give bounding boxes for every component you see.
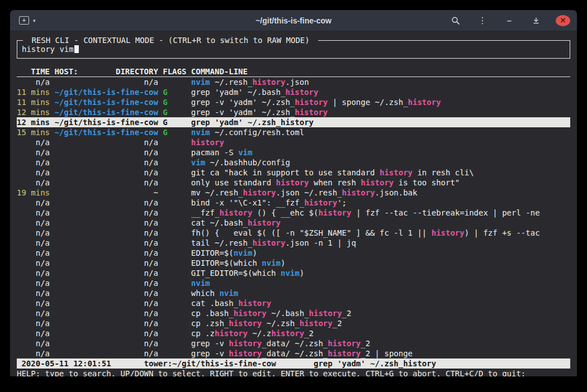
cell-flags — [163, 328, 186, 338]
cell-time: n/a — [17, 308, 50, 318]
cell-command-line: cat ~/.bash_history — [191, 218, 570, 228]
cell-time: n/a — [17, 348, 50, 358]
history-row[interactable]: n/an/a__fzf_history () { __ehc $(history… — [17, 208, 570, 218]
cell-time: n/a — [17, 258, 50, 268]
cell-host-directory: ~/git/this-is-fine-cow — [54, 87, 158, 97]
cell-flags: G — [163, 127, 186, 137]
history-row[interactable]: n/an/avim ~/.bashhub/config — [17, 157, 570, 168]
cell-command-line: grep -v history_data/ ~/.zsh_history_2 |… — [191, 348, 570, 358]
minimize-button[interactable]: – — [502, 13, 517, 28]
cell-command-line: nvim — [191, 278, 570, 288]
history-row[interactable]: n/an/aEDITOR=$(nvim) — [17, 248, 570, 258]
cell-time: n/a — [17, 318, 50, 328]
cell-time: n/a — [17, 137, 50, 147]
history-row[interactable]: 19 mins~mv ~/.resh_history.json ~/.resh_… — [17, 188, 570, 198]
header-directory: DIRECTORY — [116, 66, 158, 77]
cell-command-line: EDITOR=$(nvim) — [191, 248, 570, 258]
history-row[interactable]: n/an/apacman -S vim — [17, 147, 570, 157]
cell-host-directory: n/a — [54, 147, 158, 157]
new-tab-button[interactable]: + ▾ — [17, 13, 38, 28]
history-row[interactable]: n/an/agrep -v history_data/ ~/.zsh_histo… — [17, 338, 570, 348]
cell-command-line: grep 'yadm' ~/.bash_history — [191, 87, 570, 97]
cell-command-line: cp .bash_history ~/.bash_history_2 — [191, 308, 570, 318]
history-row[interactable]: n/an/atail ~/.resh_history.json -n 1 | j… — [17, 238, 570, 248]
cell-flags — [163, 137, 186, 147]
close-button[interactable]: ✕ — [556, 15, 570, 26]
cell-flags: G — [163, 117, 186, 127]
history-row[interactable]: n/an/agrep -v history_data/ ~/.zsh_histo… — [17, 348, 570, 358]
cell-time: 19 mins — [17, 188, 50, 198]
cell-host-directory: ~ — [54, 188, 158, 198]
search-button[interactable] — [448, 13, 463, 28]
history-row[interactable]: n/an/awhich nvim — [17, 288, 570, 298]
history-row-selected[interactable]: 12 mins~/git/this-is-fine-cowGgrep 'yadm… — [17, 117, 570, 127]
cell-time: n/a — [17, 228, 50, 238]
history-row[interactable]: n/an/anvim — [17, 278, 570, 288]
cell-flags — [163, 147, 186, 157]
cell-command-line: which nvim — [191, 288, 570, 298]
cell-host-directory: ~/git/this-is-fine-cow — [54, 97, 158, 107]
cell-host-directory: n/a — [54, 318, 158, 328]
cell-host-directory: ~/git/this-is-fine-cow — [54, 127, 158, 137]
cell-host-directory: n/a — [54, 338, 158, 348]
history-row[interactable]: n/an/acp .zsh_history ~/.zsh_history_2 — [17, 318, 570, 328]
cell-command-line: cp .zsh_history ~/.zsh_history_2 — [191, 318, 570, 328]
history-row[interactable]: n/an/acp .bash_history ~/.bash_history_2 — [17, 308, 570, 318]
cell-command-line: only use standard history when resh hist… — [191, 178, 570, 188]
history-row[interactable]: n/an/anvim ~/.resh_history.json — [17, 77, 570, 87]
cell-flags: G — [163, 97, 186, 107]
history-row[interactable]: n/an/acp .zhistory ~/.zhistory_2 — [17, 328, 570, 338]
cell-host-directory: ~/git/this-is-fine-cow — [54, 117, 158, 127]
cell-command-line: bind -x '"\C-x1": __fzf_history'; — [191, 198, 570, 208]
header-host: HOST: — [54, 66, 78, 77]
cell-flags — [163, 228, 186, 238]
history-row[interactable]: n/an/aEDITOR=$(which nvim) — [17, 258, 570, 268]
menu-button[interactable]: ⋮ — [475, 13, 490, 28]
cell-flags — [163, 248, 186, 258]
help-line: HELP: type to search, UP/DOWN to select,… — [17, 369, 570, 376]
cell-host-directory: n/a — [54, 288, 158, 298]
history-row[interactable]: 11 mins~/git/this-is-fine-cowGgrep -v 'y… — [17, 97, 570, 107]
history-row[interactable]: n/an/abind -x '"\C-x1": __fzf_history'; — [17, 198, 570, 208]
cell-time: n/a — [17, 328, 50, 338]
cell-command-line: mv ~/.resh_history.json ~/.resh_history.… — [191, 188, 570, 198]
history-row[interactable]: n/an/afh() { eval $( ([ -n "$ZSH_NAME" ]… — [17, 228, 570, 238]
cell-host-directory: n/a — [54, 278, 158, 288]
cell-flags — [163, 188, 186, 198]
text-cursor — [74, 45, 79, 53]
terminal-window: + ▾ ~/git/this-is-fine-cow ⋮ – — [10, 10, 577, 376]
cell-time: n/a — [17, 248, 50, 258]
cell-command-line: EDITOR=$(which nvim) — [191, 258, 570, 268]
history-row[interactable]: n/an/ahistory — [17, 137, 570, 147]
cell-time: n/a — [17, 157, 50, 168]
cell-host-directory: n/a — [54, 77, 158, 87]
cell-time: 12 mins — [17, 107, 50, 117]
new-tab-icon: + — [19, 16, 29, 25]
cell-time: 11 mins — [17, 87, 50, 97]
cell-time: n/a — [17, 298, 50, 308]
history-row[interactable]: 15 mins~/git/this-is-fine-cowGnvim ~/.co… — [17, 127, 570, 137]
cell-command-line: grep -v history_data/ ~/.zsh_history_2 — [191, 338, 570, 348]
cell-time: n/a — [17, 178, 50, 188]
history-row[interactable]: n/an/acat ~/.bash_history — [17, 218, 570, 228]
history-row[interactable]: n/an/acat .bash_history — [17, 298, 570, 308]
cell-command-line: history — [191, 137, 570, 147]
titlebar: + ▾ ~/git/this-is-fine-cow ⋮ – — [10, 10, 577, 31]
search-icon — [451, 16, 460, 25]
cell-flags — [163, 318, 186, 328]
history-row[interactable]: 12 mins~/git/this-is-fine-cowGgrep -v 'y… — [17, 107, 570, 117]
history-row[interactable]: n/an/aonly use standard history when res… — [17, 178, 570, 188]
minimize-icon: – — [507, 16, 512, 25]
search-input[interactable]: history vim — [22, 44, 565, 54]
unmaximize-button[interactable] — [529, 13, 543, 28]
cell-host-directory: n/a — [54, 238, 158, 248]
history-row[interactable]: n/an/agit ca "hack in support to use sta… — [17, 168, 570, 178]
cell-command-line: git ca "hack in support to use standard … — [191, 168, 570, 178]
history-row[interactable]: 11 mins~/git/this-is-fine-cowGgrep 'yadm… — [17, 87, 570, 97]
history-row[interactable]: n/an/aGIT_EDITOR=$(which nvim) — [17, 268, 570, 278]
cell-command-line: fh() { eval $( ([ -n "$ZSH_NAME" ] && fc… — [191, 228, 570, 238]
cell-flags — [163, 178, 186, 188]
cell-host-directory: n/a — [54, 298, 158, 308]
cell-flags — [163, 198, 186, 208]
cell-flags — [163, 157, 186, 168]
